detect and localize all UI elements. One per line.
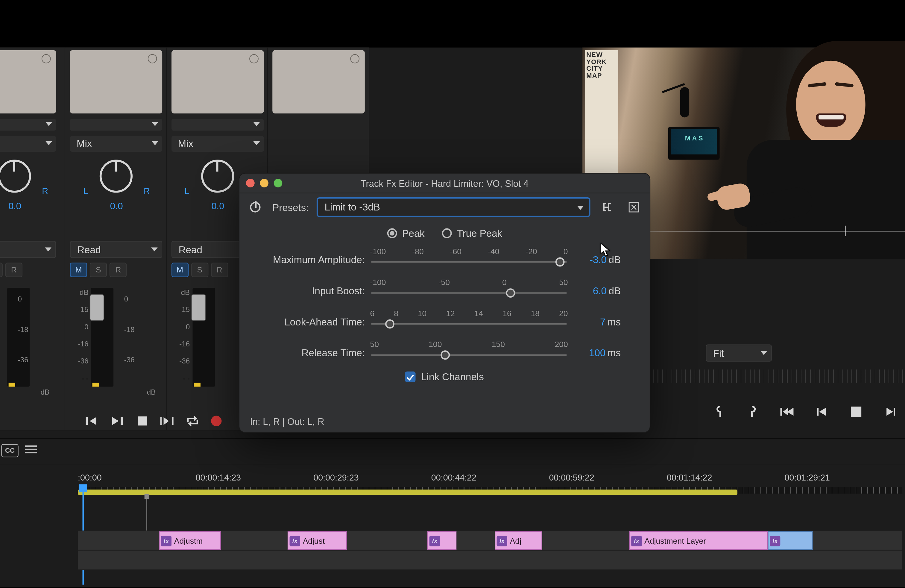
pan-right-label: R xyxy=(42,186,48,196)
chevron-down-icon xyxy=(46,141,52,145)
step-back-button[interactable] xyxy=(811,402,833,421)
fader[interactable]: 0-18-36 dB xyxy=(0,284,56,396)
svg-marker-1 xyxy=(90,417,96,425)
slider-thumb[interactable] xyxy=(506,288,515,297)
stop-button[interactable] xyxy=(133,413,152,429)
send-dropdown[interactable]: Mix xyxy=(171,136,264,152)
monitor-transport xyxy=(708,402,901,421)
video-track-2[interactable] xyxy=(78,550,902,570)
slider-thumb[interactable] xyxy=(556,257,565,266)
svg-rect-4 xyxy=(138,416,147,426)
pan-value[interactable]: 0.0 xyxy=(79,200,154,211)
pan-knob[interactable]: L R 0.0 xyxy=(79,160,154,219)
pan-value[interactable]: 0.0 xyxy=(0,200,53,211)
go-to-in-button[interactable] xyxy=(83,413,102,429)
zoom-window-button[interactable] xyxy=(274,179,283,188)
clip-label: Adj xyxy=(510,537,521,546)
fx-slot[interactable] xyxy=(70,50,162,114)
fader-handle[interactable] xyxy=(191,294,206,321)
fx-slot[interactable] xyxy=(171,50,264,114)
svg-rect-0 xyxy=(86,417,88,425)
chevron-down-icon xyxy=(152,141,158,145)
video-track[interactable]: fxAdjustmfxAdjustfxfxAdjfxAdjustment Lay… xyxy=(78,531,902,550)
svg-marker-10 xyxy=(783,408,788,416)
work-area-bar[interactable] xyxy=(78,489,737,495)
laptop: M A S xyxy=(668,127,720,160)
chevron-down-icon xyxy=(46,122,52,126)
fx-slot[interactable] xyxy=(0,50,56,114)
playhead[interactable] xyxy=(79,485,87,492)
input-boost-value[interactable]: 6.0 xyxy=(593,285,607,296)
clip[interactable]: fx xyxy=(427,531,456,550)
stop-button[interactable] xyxy=(846,402,867,421)
lookahead-value[interactable]: 7 xyxy=(600,316,605,327)
channel-map-button[interactable] xyxy=(598,198,617,216)
step-forward-button[interactable] xyxy=(880,402,901,421)
send-dropdown[interactable] xyxy=(0,136,56,152)
clip[interactable]: fxAdj xyxy=(495,531,542,550)
automation-dropdown[interactable]: d xyxy=(0,241,56,258)
monitor-ruler[interactable] xyxy=(653,369,905,383)
clip[interactable]: fxAdjustm xyxy=(159,531,221,550)
bypass-button[interactable] xyxy=(246,198,265,216)
automation-dropdown[interactable]: Read xyxy=(70,241,162,258)
fx-slot-dropdown[interactable] xyxy=(70,119,162,131)
lookahead-row: Look-Ahead Time: 68101214161820 7ms xyxy=(252,306,637,337)
svg-marker-14 xyxy=(886,408,893,416)
record-arm-button[interactable]: R xyxy=(5,262,22,277)
fx-slot-dropdown[interactable] xyxy=(171,119,264,131)
mark-out-button[interactable] xyxy=(743,402,764,421)
input-boost-slider[interactable]: -100-50050 xyxy=(370,278,568,304)
solo-button[interactable]: S xyxy=(191,262,208,277)
loop-button[interactable] xyxy=(183,413,202,429)
clip[interactable]: fxAdjust xyxy=(287,531,347,550)
solo-button[interactable]: S xyxy=(0,262,3,277)
release-value[interactable]: 100 xyxy=(589,347,605,358)
max-amplitude-slider[interactable]: -100-80-60-40-200 xyxy=(370,246,568,273)
record-button[interactable] xyxy=(211,416,221,426)
mute-button[interactable]: M xyxy=(171,262,188,277)
release-slider[interactable]: 50100150200 xyxy=(370,340,568,366)
send-dropdown[interactable]: Mix xyxy=(70,136,162,152)
fx-slot-dropdown[interactable] xyxy=(0,119,56,131)
dialog-titlebar[interactable]: Track Fx Editor - Hard Limiter: VO, Slot… xyxy=(240,174,650,194)
true-peak-radio[interactable]: True Peak xyxy=(442,227,502,238)
fader-handle[interactable] xyxy=(90,294,104,321)
delete-preset-button[interactable] xyxy=(625,198,643,216)
max-amplitude-value[interactable]: -3.0 xyxy=(589,254,607,265)
close-window-button[interactable] xyxy=(246,179,255,188)
minimize-window-button[interactable] xyxy=(260,179,268,188)
slider-thumb[interactable] xyxy=(385,319,394,329)
fx-badge-icon: fx xyxy=(161,536,171,547)
edit-line[interactable] xyxy=(146,496,147,533)
clip[interactable]: fxAdjustment Layer xyxy=(629,531,768,550)
slider-thumb[interactable] xyxy=(441,350,450,359)
svg-marker-11 xyxy=(819,408,826,416)
peak-radio[interactable]: Peak xyxy=(387,227,425,238)
clip[interactable]: fx xyxy=(768,531,813,550)
go-to-start-button[interactable] xyxy=(777,402,798,421)
mark-in-button[interactable] xyxy=(708,402,730,421)
record-arm-button[interactable]: R xyxy=(110,262,127,277)
go-to-out-button[interactable] xyxy=(108,413,127,429)
cc-button[interactable]: CC xyxy=(1,444,18,457)
menu-icon[interactable] xyxy=(25,445,37,455)
svg-rect-3 xyxy=(121,417,123,425)
mute-button[interactable]: M xyxy=(70,262,87,277)
poster: NEWYORKCITYMAP xyxy=(585,50,618,182)
chevron-down-icon xyxy=(152,122,158,126)
chevron-down-icon xyxy=(761,351,767,355)
lookahead-slider[interactable]: 68101214161820 xyxy=(370,308,568,335)
fx-badge-icon: fx xyxy=(497,536,507,547)
mixer-transport xyxy=(83,413,222,429)
record-arm-button[interactable]: R xyxy=(211,262,228,277)
pan-knob[interactable]: R 0.0 xyxy=(0,160,53,219)
preset-dropdown[interactable]: Limit to -3dB xyxy=(317,197,591,217)
play-in-out-button[interactable] xyxy=(158,413,177,429)
fader[interactable]: dB150-16-36- - 0-18-36 dB xyxy=(70,284,162,396)
track-fx-editor-dialog: Track Fx Editor - Hard Limiter: VO, Slot… xyxy=(239,173,650,432)
fx-slot[interactable] xyxy=(273,50,365,114)
zoom-dropdown[interactable]: Fit xyxy=(706,344,772,361)
link-channels-checkbox[interactable] xyxy=(405,371,416,382)
solo-button[interactable]: S xyxy=(90,262,107,277)
